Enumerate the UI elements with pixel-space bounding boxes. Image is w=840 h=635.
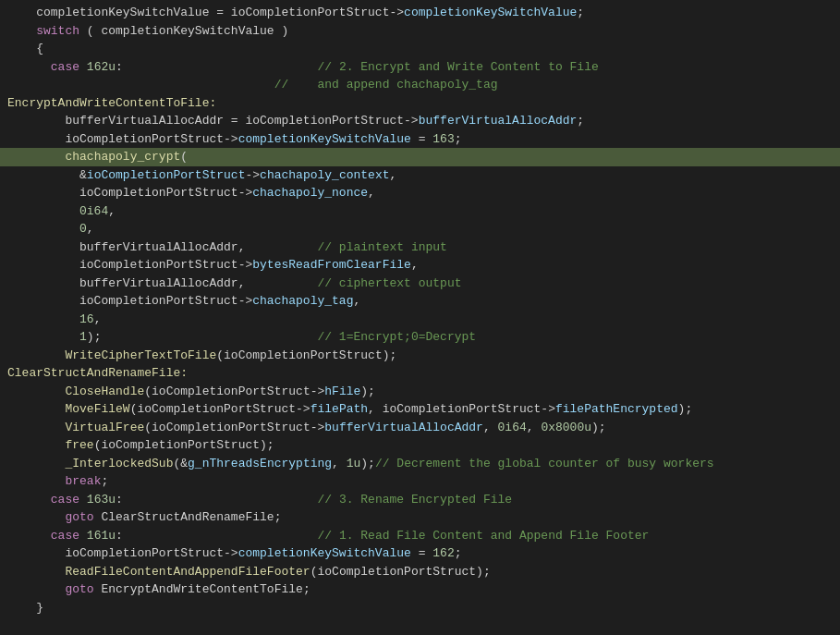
code-line: switch ( completionKeySwitchValue ) bbox=[0, 22, 840, 41]
code-line: goto EncryptAndWriteContentToFile; bbox=[0, 580, 840, 599]
code-line: CloseHandle(ioCompletionPortStruct->hFil… bbox=[0, 383, 840, 401]
code-line: ioCompletionPortStruct->completionKeySwi… bbox=[0, 130, 840, 149]
code-line: VirtualFree(ioCompletionPortStruct->buff… bbox=[0, 419, 840, 437]
code-line: case 161u: // 1. Read File Content and A… bbox=[0, 527, 840, 545]
code-editor: completionKeySwitchValue = ioCompletionP… bbox=[0, 0, 840, 635]
code-line: completionKeySwitchValue = ioCompletionP… bbox=[0, 4, 840, 22]
code-line: { bbox=[0, 40, 840, 58]
code-line: 16, bbox=[0, 311, 840, 329]
code-line: ClearStructAndRenameFile: bbox=[0, 364, 840, 383]
code-line: ioCompletionPortStruct->chachapoly_nonce… bbox=[0, 184, 840, 202]
code-line: MoveFileW(ioCompletionPortStruct->filePa… bbox=[0, 400, 840, 419]
code-line: 1); // 1=Encrypt;0=Decrypt bbox=[0, 328, 840, 347]
code-line: } bbox=[0, 599, 840, 617]
code-line: 0, bbox=[0, 220, 840, 238]
code-line: case 163u: // 3. Rename Encrypted File bbox=[0, 491, 840, 509]
code-line: ioCompletionPortStruct->chachapoly_tag, bbox=[0, 292, 840, 311]
code-line: goto ClearStructAndRenameFile; bbox=[0, 508, 840, 527]
code-line: ioCompletionPortStruct->bytesReadFromCle… bbox=[0, 256, 840, 275]
code-line: ioCompletionPortStruct->completionKeySwi… bbox=[0, 544, 840, 563]
code-line: _InterlockedSub(&g_nThreadsEncrypting, 1… bbox=[0, 455, 840, 473]
code-line: EncryptAndWriteContentToFile: bbox=[0, 94, 840, 113]
code-line: // and append chachapoly_tag bbox=[0, 76, 840, 94]
code-line: bufferVirtualAllocAddr, // plaintext inp… bbox=[0, 238, 840, 257]
code-line: ReadFileContentAndAppendFileFooter(ioCom… bbox=[0, 563, 840, 581]
code-line: &ioCompletionPortStruct->chachapoly_cont… bbox=[0, 166, 840, 185]
code-line: chachapoly_crypt( bbox=[0, 148, 840, 166]
code-line: case 162u: // 2. Encrypt and Write Conte… bbox=[0, 58, 840, 77]
code-line: bufferVirtualAllocAddr, // ciphertext ou… bbox=[0, 275, 840, 293]
code-line: 0i64, bbox=[0, 202, 840, 221]
code-line: break; bbox=[0, 472, 840, 491]
code-line: bufferVirtualAllocAddr = ioCompletionPor… bbox=[0, 112, 840, 130]
code-line: WriteCipherTextToFile(ioCompletionPortSt… bbox=[0, 347, 840, 365]
code-line: free(ioCompletionPortStruct); bbox=[0, 436, 840, 455]
